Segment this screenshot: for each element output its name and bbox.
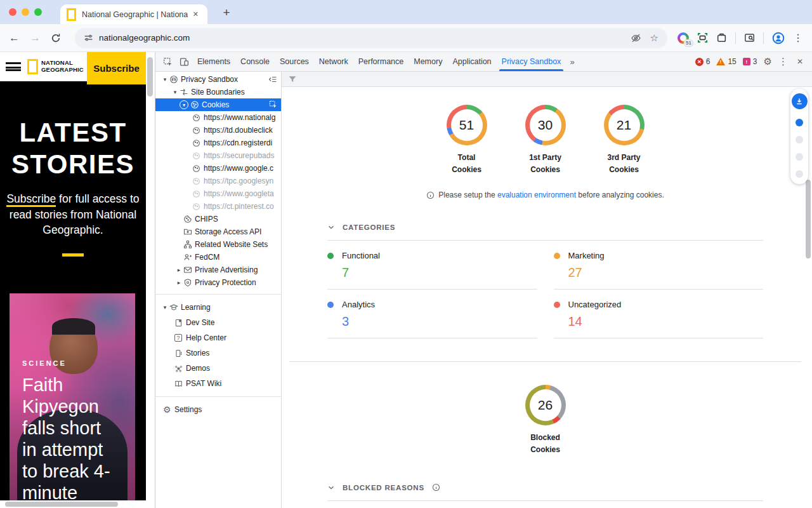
expand-arrow[interactable]: ▾: [160, 76, 169, 83]
browser-menu-icon[interactable]: ⋮: [793, 32, 803, 44]
devtools-settings-icon[interactable]: ⚙: [763, 56, 771, 67]
tree-item-cookie-url[interactable]: https://td.doubleclick: [155, 124, 281, 137]
tree-item-privacy-protection[interactable]: ▸ Privacy Protection: [155, 276, 281, 289]
issues-counter[interactable]: !3: [743, 57, 757, 66]
chevron-down-icon[interactable]: [327, 484, 335, 491]
tree-item-chips[interactable]: CHIPS: [155, 213, 281, 225]
tree-item-fedcm[interactable]: FedCM: [155, 251, 281, 264]
chevron-down-icon[interactable]: [327, 224, 335, 231]
extension-icon[interactable]: [716, 32, 727, 43]
tree-item-settings[interactable]: ⚙ Settings: [155, 402, 281, 417]
page-dot-1[interactable]: [796, 119, 803, 126]
url-text[interactable]: nationalgeographic.com: [99, 33, 625, 43]
more-tabs-icon[interactable]: »: [566, 57, 578, 67]
page-dot-4[interactable]: [796, 170, 803, 178]
toolbar-separator: [763, 32, 764, 44]
side-panel-search-icon[interactable]: [744, 32, 755, 43]
devtools-menu-icon[interactable]: ⋮: [778, 56, 788, 67]
tree-item-learning[interactable]: ▾ Learning: [155, 300, 281, 315]
tree-item-dev-site[interactable]: Dev Site: [155, 315, 281, 330]
expand-arrow[interactable]: ▾: [171, 89, 180, 95]
tree-item-privacy-sandbox[interactable]: ▾ Privacy Sandbox: [155, 73, 281, 86]
tree-item-site-boundaries[interactable]: ▾ Site Boundaries: [155, 86, 281, 98]
expand-arrow[interactable]: ▾: [180, 100, 188, 109]
tree-item-help-center[interactable]: ? Help Center: [155, 330, 281, 345]
bookmark-star-icon[interactable]: ☆: [650, 32, 658, 44]
tree-item-cookie-url[interactable]: https://www.google.c: [155, 162, 281, 175]
natgeo-logo[interactable]: [27, 59, 38, 74]
minimize-window-button[interactable]: [22, 8, 29, 16]
privacy-sandbox-sidebar: ▾ Privacy Sandbox ▾ Site Boundaries ▾ Co…: [155, 72, 282, 508]
tree-item-related-website-sets[interactable]: Related Website Sets: [155, 238, 281, 251]
tab-privacy-sandbox[interactable]: Privacy Sandbox: [497, 52, 566, 71]
story-headline[interactable]: Faith Kipyegon falls short in attempt to…: [22, 375, 130, 500]
collapse-sidebar-icon[interactable]: [268, 75, 277, 86]
tree-item-storage-access-api[interactable]: Storage Access API: [155, 225, 281, 238]
categories-header[interactable]: CATEGORIES: [327, 224, 763, 231]
tab-memory[interactable]: Memory: [409, 52, 447, 71]
subscribe-link[interactable]: Subscribe: [6, 192, 56, 207]
tab-sources[interactable]: Sources: [275, 52, 314, 71]
download-report-button[interactable]: [792, 93, 808, 109]
tab-console[interactable]: Console: [235, 52, 275, 71]
vertical-scrollbar-thumb[interactable]: [147, 57, 153, 97]
blocked-reasons-header[interactable]: BLOCKED REASONS: [327, 483, 763, 491]
tab-close-icon[interactable]: ✕: [190, 9, 201, 20]
horizontal-scrollbar-thumb[interactable]: [5, 502, 118, 507]
phone-icon: [174, 349, 186, 358]
tree-item-cookie-url[interactable]: https://tpc.googlesyn: [155, 175, 281, 187]
setup-notice: Please setup the evaluation environment …: [327, 190, 763, 199]
address-bar[interactable]: nationalgeographic.com ☆: [75, 28, 667, 48]
page-dot-3[interactable]: [796, 153, 803, 161]
hamburger-menu-icon[interactable]: [6, 62, 21, 71]
tab-network[interactable]: Network: [314, 52, 353, 71]
inspect-element-icon[interactable]: [159, 53, 176, 70]
tree-item-cookie-url[interactable]: https://ct.pinterest.co: [155, 200, 281, 213]
screen-capture-icon[interactable]: [697, 32, 708, 43]
inspect-icon[interactable]: [269, 100, 277, 110]
expand-arrow[interactable]: ▾: [160, 304, 169, 311]
expand-arrow[interactable]: ▸: [174, 267, 183, 273]
forward-icon[interactable]: →: [30, 32, 41, 44]
folder-icon: [183, 227, 195, 236]
tree-item-cookie-url[interactable]: https://securepubads: [155, 149, 281, 162]
tree-item-cookie-url[interactable]: https://www.googleta: [155, 187, 281, 200]
error-counter[interactable]: ✕6: [695, 57, 710, 66]
psat-extension-icon[interactable]: 51: [678, 32, 689, 44]
profile-avatar[interactable]: [772, 32, 785, 44]
reload-icon[interactable]: [51, 33, 61, 43]
maximize-window-button[interactable]: [34, 8, 42, 16]
tree-item-psat-wiki[interactable]: PSAT Wiki: [155, 376, 281, 391]
site-settings-icon[interactable]: [84, 33, 93, 43]
tree-item-cookie-url[interactable]: https://www.nationalg: [155, 111, 281, 124]
extension-badge: 51: [684, 39, 693, 47]
close-window-button[interactable]: [9, 8, 16, 16]
page-dot-2[interactable]: [796, 136, 803, 144]
tree-item-cookie-url[interactable]: https://cdn.registerdi: [155, 137, 281, 149]
tab-elements[interactable]: Elements: [192, 52, 235, 71]
device-toolbar-icon[interactable]: [176, 53, 192, 70]
category-marketing: Marketing 27: [554, 241, 764, 290]
back-icon[interactable]: ←: [9, 32, 20, 44]
error-icon: ✕: [695, 58, 704, 66]
subscribe-button[interactable]: Subscribe: [87, 52, 146, 84]
expand-arrow[interactable]: ▸: [174, 279, 183, 286]
devtools-close-icon[interactable]: ✕: [794, 57, 806, 66]
warning-counter[interactable]: 15: [716, 57, 736, 66]
tree-item-stories[interactable]: Stories: [155, 345, 281, 361]
section-divider: [327, 500, 763, 501]
shield-icon: [183, 278, 195, 287]
panel-scrollbar-thumb[interactable]: [806, 180, 811, 258]
new-tab-button[interactable]: +: [218, 4, 235, 22]
evaluation-environment-link[interactable]: evaluation environment: [497, 190, 576, 199]
browser-tab[interactable]: National Geographic | Nationa ✕: [60, 4, 207, 24]
tab-performance[interactable]: Performance: [353, 52, 409, 71]
eye-off-icon[interactable]: [631, 33, 641, 43]
filter-icon[interactable]: [288, 75, 297, 84]
categories-grid: Functional 7 Marketing 27 Analytics 3: [327, 241, 763, 338]
story-card[interactable]: SCIENCE Faith Kipyegon falls short in at…: [10, 293, 135, 500]
tree-item-private-advertising[interactable]: ▸ Private Advertising: [155, 264, 281, 276]
tab-application[interactable]: Application: [447, 52, 496, 71]
tree-item-demos[interactable]: Demos: [155, 361, 281, 376]
tree-item-cookies[interactable]: ▾ Cookies: [155, 98, 281, 111]
